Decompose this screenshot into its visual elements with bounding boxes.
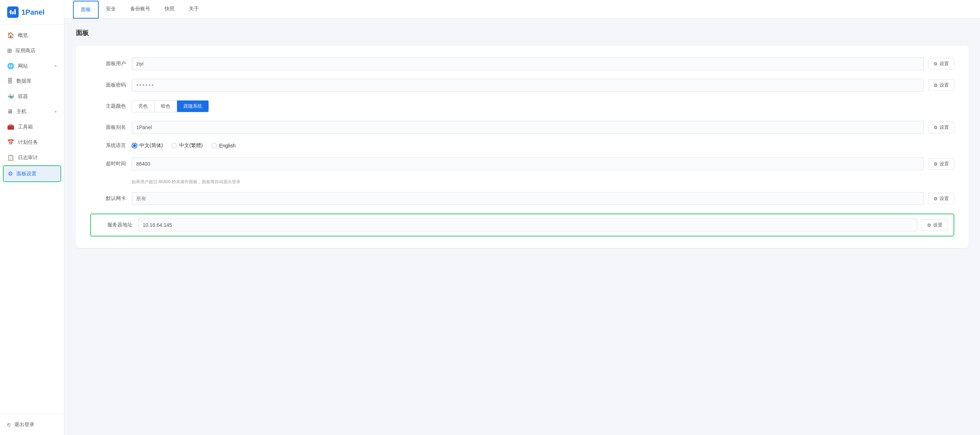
tab-about[interactable]: 关于 [182, 1, 206, 18]
password-content: ⚙ 设置 [132, 79, 954, 92]
form-row-user: 面板用户 ⚙ 设置 [90, 57, 954, 70]
server-input[interactable] [138, 218, 917, 231]
svg-point-1 [9, 11, 10, 13]
timeout-content: ⚙ 设置 [132, 158, 954, 170]
nic-label: 默认网卡 [90, 195, 126, 202]
tab-backup[interactable]: 备份账号 [123, 1, 158, 18]
sidebar-item-appstore[interactable]: ⊞ 应用商店 [0, 43, 64, 58]
sidebar-nav: 🏠 概览 ⊞ 应用商店 🌐 网站 ▾ 🗄 数据库 🐳 容器 🖥 主机 ▾ 🧰 工… [0, 25, 64, 414]
sidebar-item-appstore-label: 应用商店 [15, 48, 35, 54]
toolbox-icon: 🧰 [7, 123, 14, 130]
timeout-set-button[interactable]: ⚙ 设置 [928, 158, 954, 170]
sidebar-item-container-label: 容器 [18, 93, 28, 100]
audit-icon: 📋 [7, 154, 14, 161]
alias-label: 面板别名 [90, 124, 126, 131]
theme-label: 主题颜色 [90, 103, 126, 110]
sidebar-item-database[interactable]: 🗄 数据库 [0, 74, 64, 89]
sidebar-item-audit[interactable]: 📋 日志审计 [0, 150, 64, 165]
theme-dark-button[interactable]: 暗色 [154, 100, 177, 112]
theme-system-button[interactable]: 跟随系统 [177, 100, 208, 112]
form-row-language: 系统语言 中文(简体) 中文(繁體) English [90, 142, 954, 149]
lang-en-option[interactable]: English [212, 143, 236, 148]
host-icon: 🖥 [7, 108, 13, 115]
user-set-label: 设置 [940, 61, 949, 67]
tab-security[interactable]: 安全 [99, 1, 123, 18]
sidebar: 1Panel 🏠 概览 ⊞ 应用商店 🌐 网站 ▾ 🗄 数据库 🐳 容器 🖥 主… [0, 0, 64, 435]
timeout-set-label: 设置 [940, 161, 949, 167]
gear-icon-timeout: ⚙ [934, 161, 938, 167]
sidebar-item-toolbox[interactable]: 🧰 工具箱 [0, 119, 64, 134]
timeout-hint: 如果用户超过 86400 秒未操作面板，面板将自动退出登录 [132, 179, 954, 185]
lang-en-radio[interactable] [212, 143, 217, 148]
theme-group: 亮色 暗色 跟随系统 [132, 100, 209, 112]
language-content: 中文(简体) 中文(繁體) English [132, 142, 954, 149]
user-set-button[interactable]: ⚙ 设置 [928, 58, 954, 69]
theme-content: 亮色 暗色 跟随系统 [132, 100, 954, 112]
cron-icon: 📅 [7, 139, 14, 146]
settings-icon: ⚙ [8, 170, 13, 177]
database-icon: 🗄 [7, 78, 13, 84]
website-icon: 🌐 [7, 62, 14, 69]
theme-light-button[interactable]: 亮色 [132, 100, 154, 112]
form-row-server: 服务器地址 ⚙ 设置 [90, 214, 954, 236]
chevron-down-icon: ▾ [55, 64, 57, 69]
nic-set-button[interactable]: ⚙ 设置 [928, 193, 954, 204]
logout-icon: ⎋ [7, 421, 11, 428]
sidebar-item-toolbox-label: 工具箱 [18, 124, 33, 130]
content-area: 面板 面板用户 ⚙ 设置 面板密码 ⚙ [64, 19, 980, 435]
user-label: 面板用户 [90, 61, 126, 67]
lang-zh-trad-radio[interactable] [171, 143, 177, 148]
sidebar-item-host[interactable]: 🖥 主机 ▾ [0, 104, 64, 119]
user-input[interactable] [132, 57, 924, 70]
sidebar-item-cron-label: 计划任务 [18, 139, 38, 146]
tab-panel[interactable]: 面板 [73, 1, 99, 19]
logo-text: 1Panel [21, 8, 45, 16]
chevron-down-icon-host: ▾ [55, 110, 57, 114]
sidebar-item-settings-label: 面板设置 [16, 170, 37, 177]
page-title: 面板 [76, 29, 969, 37]
main-content: 面板 安全 备份账号 快照 关于 面板 面板用户 ⚙ 设置 面板密码 [64, 0, 980, 435]
password-set-button[interactable]: ⚙ 设置 [928, 80, 954, 91]
sidebar-bottom: ⎋ 退出登录 [0, 414, 64, 435]
gear-icon-alias: ⚙ [934, 125, 938, 130]
lang-zh-simple-label: 中文(简体) [140, 142, 163, 149]
sidebar-item-overview[interactable]: 🏠 概览 [0, 27, 64, 43]
form-row-alias: 面板别名 ⚙ 设置 [90, 121, 954, 134]
sidebar-item-website[interactable]: 🌐 网站 ▾ [0, 58, 64, 74]
sidebar-item-container[interactable]: 🐳 容器 [0, 89, 64, 104]
sidebar-item-host-label: 主机 [16, 108, 27, 115]
server-set-button[interactable]: ⚙ 设置 [922, 219, 948, 231]
server-content: ⚙ 设置 [138, 218, 948, 231]
timeout-input[interactable] [132, 158, 924, 170]
lang-zh-trad-option[interactable]: 中文(繁體) [171, 142, 202, 149]
nic-content: ⚙ 设置 [132, 192, 954, 205]
password-label: 面板密码 [90, 82, 126, 88]
sidebar-item-cron[interactable]: 📅 计划任务 [0, 134, 64, 150]
tab-snapshot[interactable]: 快照 [158, 1, 182, 18]
home-icon: 🏠 [7, 32, 14, 39]
nic-input[interactable] [132, 192, 924, 205]
form-row-theme: 主题颜色 亮色 暗色 跟随系统 [90, 100, 954, 112]
lang-zh-trad-label: 中文(繁體) [179, 142, 202, 149]
sidebar-item-website-label: 网站 [18, 63, 28, 69]
language-radio-group: 中文(简体) 中文(繁體) English [132, 142, 236, 149]
sidebar-item-overview-label: 概览 [18, 32, 28, 39]
lang-en-label: English [219, 143, 236, 148]
sidebar-item-settings[interactable]: ⚙ 面板设置 [3, 165, 61, 182]
form-row-password: 面板密码 ⚙ 设置 [90, 79, 954, 92]
sidebar-item-audit-label: 日志审计 [18, 155, 38, 161]
sidebar-item-database-label: 数据库 [16, 78, 32, 84]
language-label: 系统语言 [90, 142, 126, 149]
top-tabs: 面板 安全 备份账号 快照 关于 [64, 0, 980, 19]
logo: 1Panel [0, 0, 64, 25]
alias-set-button[interactable]: ⚙ 设置 [928, 122, 954, 133]
lang-zh-simple-option[interactable]: 中文(简体) [132, 142, 163, 149]
sidebar-item-logout-label: 退出登录 [14, 421, 34, 428]
timeout-label: 超时时间 [90, 161, 126, 167]
alias-input[interactable] [132, 121, 924, 134]
sidebar-item-logout[interactable]: ⎋ 退出登录 [0, 417, 64, 432]
lang-zh-simple-radio[interactable] [132, 143, 137, 148]
password-set-label: 设置 [940, 82, 949, 88]
password-input[interactable] [132, 79, 924, 92]
gear-icon-server: ⚙ [927, 223, 931, 228]
